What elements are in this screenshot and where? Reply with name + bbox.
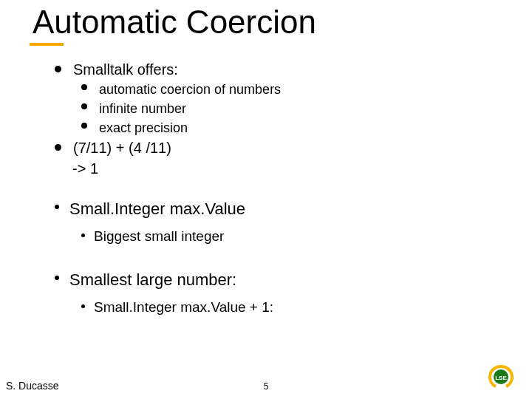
bullet-text: (7/11) + (4 /11) <box>73 137 171 158</box>
title-accent-bar <box>30 43 64 46</box>
bullet-level1: Smalltalk offers: <box>55 59 510 80</box>
slide-title-area: Automatic Coercion <box>30 4 517 40</box>
bullet-text: Small.Integer max.Value <box>69 198 245 220</box>
bullet-level2: infinite number <box>81 99 510 118</box>
bullet-text: -> 1 <box>72 158 98 179</box>
slide-title: Automatic Coercion <box>30 4 517 40</box>
bullet-dot-icon <box>55 144 61 151</box>
bullet-text: Smalltalk offers: <box>73 59 178 80</box>
bullet-level2: automatic coercion of numbers <box>81 80 510 99</box>
bullet-dot-icon <box>55 66 61 72</box>
bullet-level1: Small.Integer max.Value <box>55 198 510 220</box>
bullet-level2: Small.Integer max.Value + 1: <box>81 297 510 318</box>
result-line: -> 1 <box>55 158 510 179</box>
footer-page-number: 5 <box>264 381 269 392</box>
bullet-dot-icon <box>55 205 59 209</box>
bullet-level2: exact precision <box>81 118 510 137</box>
bullet-dot-icon <box>81 103 87 109</box>
bullet-dot-icon <box>81 304 85 308</box>
slide-body: Smalltalk offers: automatic coercion of … <box>55 59 510 318</box>
bullet-level2: Biggest small integer <box>81 226 510 247</box>
bullet-text: Biggest small integer <box>94 226 224 247</box>
bullet-text: Smallest large number: <box>69 269 236 291</box>
bullet-text: automatic coercion of numbers <box>99 80 281 99</box>
bullet-dot-icon <box>81 233 85 237</box>
bullet-dot-icon <box>81 123 87 129</box>
logo-text: LSE <box>495 375 507 381</box>
bullet-text: exact precision <box>99 118 188 137</box>
bullet-dot-icon <box>55 276 59 280</box>
bullet-text: Small.Integer max.Value + 1: <box>94 297 273 318</box>
lse-logo-icon: LSE <box>486 364 516 390</box>
footer-author: S. Ducasse <box>6 380 59 392</box>
bullet-level1: (7/11) + (4 /11) <box>55 137 510 158</box>
bullet-text: infinite number <box>99 99 186 118</box>
bullet-dot-icon <box>81 84 87 90</box>
bullet-level1: Smallest large number: <box>55 269 510 291</box>
